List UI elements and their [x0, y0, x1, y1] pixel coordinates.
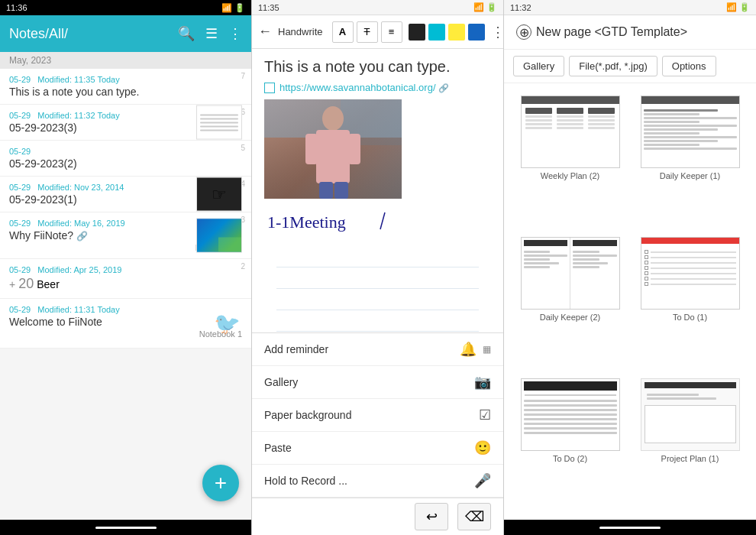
template-name: To Do (1): [673, 313, 707, 322]
checkbox-row: https://www.savannahbotanical.org/ 🔗: [264, 82, 491, 93]
template-preview-daily2: [521, 237, 620, 310]
color-blue[interactable]: [468, 24, 485, 41]
bottom-bar-1: [0, 520, 251, 535]
template-title-text: New page <GTD Template>: [536, 25, 687, 39]
note-date: 05-29: [9, 111, 31, 120]
svg-rect-5: [305, 134, 318, 164]
tab-file[interactable]: File(*.pdf, *.jpg): [569, 56, 657, 76]
note-modified: Modified: 11:31 Today: [37, 305, 119, 314]
page-num: 2: [241, 262, 245, 271]
color-swatches: [409, 24, 485, 41]
svg-rect-3: [316, 130, 350, 183]
note-date: 05-29: [9, 219, 31, 228]
note-checkbox[interactable]: [264, 83, 275, 93]
template-preview-daily1: [641, 96, 740, 168]
reminder-icon: 🔔: [460, 341, 477, 358]
tab-gallery[interactable]: Gallery: [513, 56, 564, 76]
status-time-1: 11:36: [6, 3, 27, 12]
note-thumbnail: [196, 105, 242, 140]
template-preview-todo2: [521, 378, 620, 451]
page-num: 5: [241, 144, 245, 152]
fab-add-button[interactable]: +: [202, 465, 239, 501]
tab-options[interactable]: Options: [662, 56, 716, 76]
notes-list-panel: 11:36 📶 🔋 Notes/All/ 🔍 ☰ ⋮ May, 2023 05-…: [0, 0, 252, 535]
note-date: 05-29: [9, 75, 31, 84]
list-item[interactable]: 05-29 Modified: 11:35 Today This is a no…: [0, 69, 251, 105]
format-buttons: A T ≡: [332, 21, 402, 43]
format-align-button[interactable]: ≡: [381, 21, 402, 43]
notes-header: Notes/All/ 🔍 ☰ ⋮: [0, 15, 251, 52]
note-title: Welcome to FiiNote: [9, 316, 242, 328]
context-label: Gallery: [264, 376, 474, 388]
list-item[interactable]: 05-29 Modified: 11:31 Today Welcome to F…: [0, 299, 251, 349]
template-header: ⊕ New page <GTD Template>: [504, 15, 756, 50]
note-modified: Modified: 11:32 Today: [37, 111, 119, 120]
list-item[interactable]: 05-29 Modified: Apr 25, 2019 + 20 Beer 2: [0, 259, 251, 299]
color-black[interactable]: [409, 24, 425, 41]
svg-line-9: [380, 212, 385, 229]
template-project-plan[interactable]: Project Plan (1): [630, 372, 750, 514]
list-item[interactable]: 05-29 Modified: May 16, 2019 Why FiiNote…: [0, 212, 251, 259]
nav-indicator: [599, 527, 661, 529]
note-date: 05-29: [9, 305, 31, 314]
list-item[interactable]: 05-29 05-29-2023(2) 5: [0, 141, 251, 177]
status-time-3: 11:32: [510, 3, 531, 12]
nav-indicator: [95, 527, 157, 529]
note-heading[interactable]: This is a note you can type.: [264, 58, 491, 76]
svg-rect-6: [319, 182, 333, 199]
paste-icon: 🙂: [474, 439, 491, 456]
context-hold-record[interactable]: Hold to Record ... 🎤: [252, 465, 503, 498]
color-cyan[interactable]: [428, 24, 445, 41]
template-tabs: Gallery File(*.pdf, *.jpg) Options: [504, 50, 756, 83]
status-bar-2: 11:35 📶 🔋: [252, 0, 503, 15]
note-modified: Modified: 11:35 Today: [37, 75, 119, 84]
templates-panel: 11:32 📶 🔋 ⊕ New page <GTD Template> Gall…: [504, 0, 756, 535]
context-label: Hold to Record ...: [264, 475, 474, 487]
status-icons-3: 📶 🔋: [726, 2, 750, 12]
undo-button[interactable]: ↩: [415, 503, 448, 530]
note-meta: 05-29: [9, 147, 242, 156]
format-a-button[interactable]: A: [332, 21, 354, 43]
status-bar-3: 11:32 📶 🔋: [504, 0, 756, 15]
list-item[interactable]: 05-29 Modified: Nov 23, 2014 05-29-2023(…: [0, 177, 251, 212]
note-date: 05-29: [9, 265, 31, 274]
template-todo-2[interactable]: To Do (2): [510, 372, 630, 514]
note-title: 05-29-2023(2): [9, 157, 242, 170]
more-options-button[interactable]: ⋮: [491, 24, 504, 41]
status-icons-1: 📶 🔋: [221, 3, 245, 13]
template-weekly-plan[interactable]: Weekly Plan (2): [510, 89, 630, 231]
context-menu: Add reminder 🔔 ▦ Gallery 📷 Paper backgro…: [252, 332, 503, 535]
context-paper-background[interactable]: Paper background ☑: [252, 399, 503, 432]
format-strikethrough-button[interactable]: T: [357, 21, 378, 43]
bird-icon: 🐦: [214, 311, 241, 336]
back-button[interactable]: ←: [258, 24, 272, 40]
svg-text:1-1Meeting: 1-1Meeting: [267, 212, 346, 232]
template-daily-keeper-2[interactable]: Daily Keeper (2): [510, 231, 630, 372]
note-date: 05-29: [9, 147, 31, 156]
handwriting[interactable]: 1-1Meeting: [264, 205, 491, 240]
note-title: This is a note you can type.: [9, 86, 242, 98]
color-yellow[interactable]: [448, 24, 465, 41]
list-item[interactable]: 05-29 Modified: 11:32 Today 05-29-2023(3…: [0, 105, 251, 141]
sort-icon[interactable]: ☰: [205, 25, 218, 42]
note-meta: 05-29 Modified: 11:35 Today: [9, 75, 242, 84]
context-gallery[interactable]: Gallery 📷: [252, 366, 503, 399]
notes-title: Notes/All/: [9, 26, 178, 42]
delete-button[interactable]: ⌫: [457, 503, 491, 530]
template-todo-1[interactable]: To Do (1): [630, 231, 750, 372]
microphone-icon: 🎤: [474, 472, 491, 489]
context-actions-bar: ↩ ⌫: [252, 498, 503, 535]
context-paste[interactable]: Paste 🙂: [252, 432, 503, 465]
template-title: ⊕ New page <GTD Template>: [516, 24, 744, 40]
header-icons: 🔍 ☰ ⋮: [178, 25, 242, 42]
page-num: 7: [241, 72, 245, 80]
template-daily-keeper-1[interactable]: Daily Keeper (1): [630, 89, 750, 231]
more-icon[interactable]: ⋮: [228, 25, 242, 42]
svg-rect-4: [348, 134, 360, 164]
editor-toolbar: ← Handwrite A T ≡ ⋮: [252, 15, 503, 49]
checkbox-icon: ☑: [479, 407, 491, 423]
search-icon[interactable]: 🔍: [178, 25, 195, 42]
template-preview-weekly: [521, 96, 620, 168]
note-link[interactable]: https://www.savannahbotanical.org/ 🔗: [279, 82, 449, 93]
context-add-reminder[interactable]: Add reminder 🔔 ▦: [252, 333, 503, 366]
